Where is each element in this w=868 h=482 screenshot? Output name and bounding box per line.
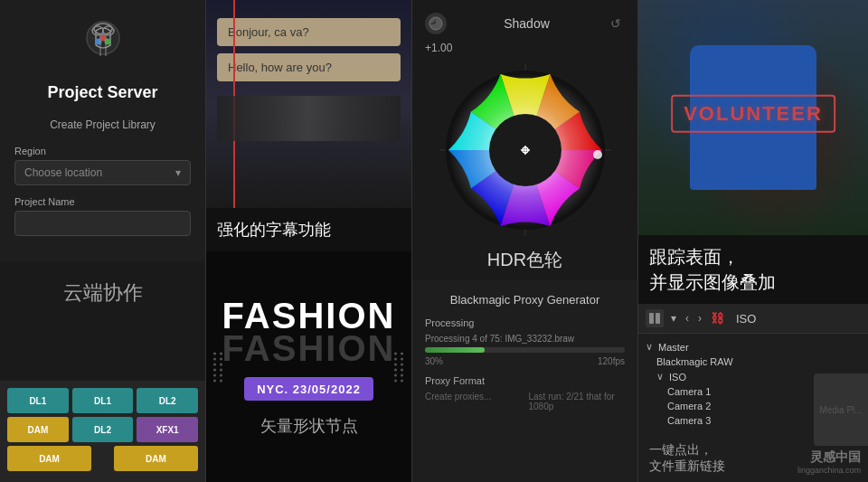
proxy-format-label: Proxy Format (425, 375, 625, 386)
iso-title: ISO (729, 312, 763, 326)
fashion-shadow-title: FASHION (222, 330, 396, 366)
node-cell-dam-2[interactable]: DAM (7, 446, 91, 471)
node-grid: DL1 DL1 DL2 DAM DL2 XFX1 DAM DAM (0, 381, 205, 482)
panels-icon[interactable] (646, 309, 664, 327)
chevron-down-icon: ▾ (175, 166, 181, 179)
shadow-icon (425, 13, 447, 34)
panel-track: VOLUNTEER 跟踪表面， 并显示图像叠加 ▾ ‹ › (638, 0, 868, 482)
raw-label: Blackmagic RAW (656, 356, 733, 367)
camera-2-label: Camera 2 (667, 401, 711, 411)
link-icon[interactable]: ⛓ (711, 311, 723, 326)
volunteer-overlay: VOLUNTEER (671, 95, 835, 133)
progress-bar-fill (425, 347, 485, 353)
proxy-options: Create proxies... Last run: 2/21 that fo… (425, 392, 625, 411)
project-name-input[interactable] (14, 211, 191, 236)
shirt-shape: VOLUNTEER (690, 45, 816, 190)
tree-item-blackmagic-raw[interactable]: Blackmagic RAW (646, 354, 861, 369)
master-chevron: ∨ (646, 341, 653, 353)
progress-speed: 120fps (598, 356, 625, 366)
fashion-date: NYC. 23/05/2022 (257, 383, 361, 396)
node-cell-dl2-2[interactable]: DL2 (72, 417, 134, 442)
camera-3-label: Camera 3 (667, 415, 711, 426)
progress-bar (425, 347, 625, 353)
node-row-2: DAM DL2 XFX1 (7, 417, 198, 442)
panel-hdr: Shadow ↺ +1.00 (412, 0, 638, 482)
project-server-form: Project Server Create Project Library Re… (0, 0, 205, 261)
vector-label: 矢量形状节点 (260, 415, 358, 437)
create-library-button[interactable]: Create Project Library (50, 118, 156, 131)
processing-label: Processing (425, 317, 625, 328)
media-placeholder: Media Pl... (814, 373, 868, 446)
track-image-section: VOLUNTEER (638, 0, 868, 235)
node-cell-dl1-1[interactable]: DL1 (7, 388, 69, 413)
iso-toolbar: ▾ ‹ › ⛓ ISO (638, 304, 868, 334)
master-label: Master (658, 342, 689, 353)
track-line-1: 跟踪表面， (649, 247, 740, 267)
shadow-title: Shadow (504, 16, 550, 31)
track-line-2: 并显示图像叠加 (649, 272, 776, 292)
subtitle-section: Bonjour, ca va? Hello, how are you? (206, 0, 411, 208)
node-cell-dl1-2[interactable]: DL1 (72, 388, 134, 413)
iso-chevron: ∨ (656, 371, 664, 383)
color-wheel-svg (435, 60, 616, 241)
node-row-3: DAM DAM (7, 446, 198, 471)
cloud-collaboration-label: 云端协作 (54, 270, 152, 316)
chevron-right-toolbar[interactable]: › (696, 312, 703, 325)
subtitle-card-1: Bonjour, ca va? (217, 18, 401, 46)
processing-text: Processing 4 of 75: IMG_33232.braw (425, 334, 625, 344)
svg-rect-24 (656, 313, 660, 324)
volunteer-text: VOLUNTEER (671, 95, 835, 133)
fashion-section: FASHION FASHION NYC. 23/05/2022 矢量形状节点 (206, 251, 411, 482)
tree-item-master[interactable]: ∨ Master (646, 339, 861, 354)
hdr-color-wheel-label: HDR色轮 (487, 248, 562, 272)
panel-project-server: Project Server Create Project Library Re… (0, 0, 206, 482)
watermark-url: lingganchina.com (797, 466, 861, 475)
color-wheel[interactable] (435, 60, 616, 241)
node-cell-dam-1[interactable]: DAM (7, 417, 69, 442)
proxy-opt-1: Create proxies... (425, 392, 522, 411)
proxy-option-row-1: Create proxies... Last run: 2/21 that fo… (425, 392, 625, 411)
iso-label: ISO (669, 372, 686, 383)
iso-section: ▾ ‹ › ⛓ ISO ∨ Master Blackmagic RAW ∨ (638, 304, 868, 482)
media-placeholder-text: Media Pl... (819, 405, 862, 415)
node-row-1: DL1 DL1 DL2 (7, 388, 198, 413)
dots-right-decoration (394, 352, 404, 382)
svg-rect-23 (649, 313, 654, 324)
region-placeholder: Choose location (24, 166, 102, 179)
yijian-line1: 一键点出， (649, 442, 712, 457)
shadow-header: Shadow ↺ (425, 13, 625, 34)
camera-1-label: Camera 1 (667, 386, 711, 397)
watermark-logo: 灵感中国 (810, 449, 861, 466)
watermark: 灵感中国 lingganchina.com (797, 449, 861, 475)
node-cell-dam-3[interactable]: DAM (114, 446, 198, 471)
node-cell-xfx1[interactable]: XFX1 (137, 417, 198, 442)
proxy-opt-2: Last run: 2/21 that for 1080p (529, 392, 626, 411)
shirt-background: VOLUNTEER (638, 0, 868, 235)
project-name-label: Project Name (14, 196, 75, 207)
panel-subtitles: Bonjour, ca va? Hello, how are you? 强化的字… (206, 0, 412, 482)
proxy-generator-section: Blackmagic Proxy Generator Processing Pr… (412, 280, 637, 482)
main-panels: Project Server Create Project Library Re… (0, 0, 868, 482)
track-label: 跟踪表面， 并显示图像叠加 (638, 235, 868, 304)
progress-stats: 30% 120fps (425, 356, 625, 366)
yijian-line2: 文件重新链接 (649, 458, 725, 473)
svg-point-18 (593, 150, 602, 159)
chevron-down-toolbar[interactable]: ▾ (669, 312, 678, 325)
subtitle-text-1: Bonjour, ca va? (228, 25, 309, 39)
reset-icon[interactable]: ↺ (607, 14, 625, 33)
project-server-title: Project Server (47, 83, 157, 102)
subtitle-feature-label: 强化的字幕功能 (206, 208, 411, 251)
davinci-logo-icon (76, 18, 130, 72)
region-select[interactable]: Choose location ▾ (14, 160, 191, 185)
proxy-generator-title: Blackmagic Proxy Generator (425, 293, 625, 307)
fashion-date-badge: NYC. 23/05/2022 (244, 377, 373, 401)
value-display: +1.00 (425, 42, 452, 54)
node-cell-dl2-1[interactable]: DL2 (137, 388, 198, 413)
chevron-left-toolbar[interactable]: ‹ (684, 312, 691, 325)
colorwheel-section: Shadow ↺ +1.00 (412, 0, 637, 280)
subtitle-text-2: Hello, how are you? (228, 61, 332, 74)
progress-percent: 30% (425, 356, 443, 366)
subtitle-background: Bonjour, ca va? Hello, how are you? (206, 0, 411, 208)
subtitle-card-2: Hello, how are you? (217, 53, 401, 81)
dots-left-decoration (213, 352, 223, 382)
